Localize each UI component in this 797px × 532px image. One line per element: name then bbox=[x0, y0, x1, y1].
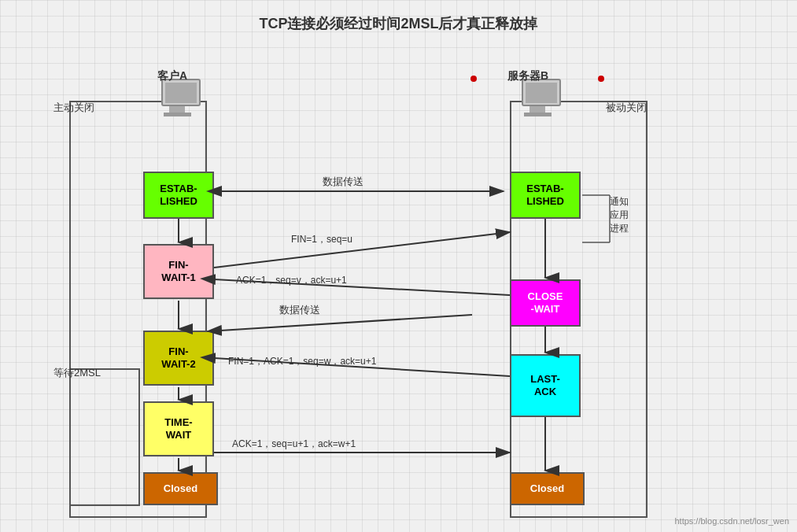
svg-text:ACK=1，seq=u+1，ack=w+1: ACK=1，seq=u+1，ack=w+1 bbox=[232, 438, 356, 449]
signal-dot-1 bbox=[470, 76, 477, 82]
svg-line-5 bbox=[214, 232, 510, 268]
svg-text:数据传送: 数据传送 bbox=[323, 175, 363, 187]
closed-a-state: Closed bbox=[143, 472, 218, 505]
watermark: https://blog.csdn.net/losr_wen bbox=[674, 516, 789, 526]
notify-app-label: 通知应用进程 bbox=[610, 195, 629, 235]
finwait2-state: FIN-WAIT-2 bbox=[143, 331, 214, 386]
svg-text:数据传送: 数据传送 bbox=[279, 304, 320, 316]
svg-line-9 bbox=[220, 315, 472, 331]
lastack-state: LAST-ACK bbox=[510, 354, 581, 417]
page-title: TCP连接必须经过时间2MSL后才真正释放掉 bbox=[0, 14, 797, 33]
closewait-state: CLOSE-WAIT bbox=[510, 279, 581, 327]
svg-text:FIN=1，ACK=1，seq=w，ack=u+1: FIN=1，ACK=1，seq=w，ack=u+1 bbox=[228, 356, 377, 367]
client-computer bbox=[157, 79, 197, 116]
svg-line-7 bbox=[214, 279, 510, 295]
server-label: 服务器B bbox=[507, 69, 548, 83]
svg-text:FIN=1，seq=u: FIN=1，seq=u bbox=[291, 234, 352, 245]
active-close-label: 主动关闭 bbox=[54, 101, 94, 115]
closed-b-state: Closed bbox=[510, 472, 585, 505]
finwait1-state: FIN-WAIT-1 bbox=[143, 244, 214, 299]
wait2msl-label: 等待2MSL bbox=[54, 366, 101, 380]
passive-close-label: 被动关闭 bbox=[606, 101, 647, 115]
svg-text:ACK=1，seq=v，ack=u+1: ACK=1，seq=v，ack=u+1 bbox=[236, 275, 347, 286]
server-computer bbox=[518, 79, 557, 116]
client-label: 客户A bbox=[157, 69, 187, 83]
timewait-state: TIME-WAIT bbox=[143, 401, 214, 456]
estab-b-state: ESTAB-LISHED bbox=[510, 172, 581, 219]
wait2msl-box bbox=[69, 368, 140, 506]
estab-a-state: ESTAB-LISHED bbox=[143, 172, 214, 219]
svg-line-11 bbox=[214, 358, 510, 376]
signal-dot-2 bbox=[598, 76, 604, 82]
